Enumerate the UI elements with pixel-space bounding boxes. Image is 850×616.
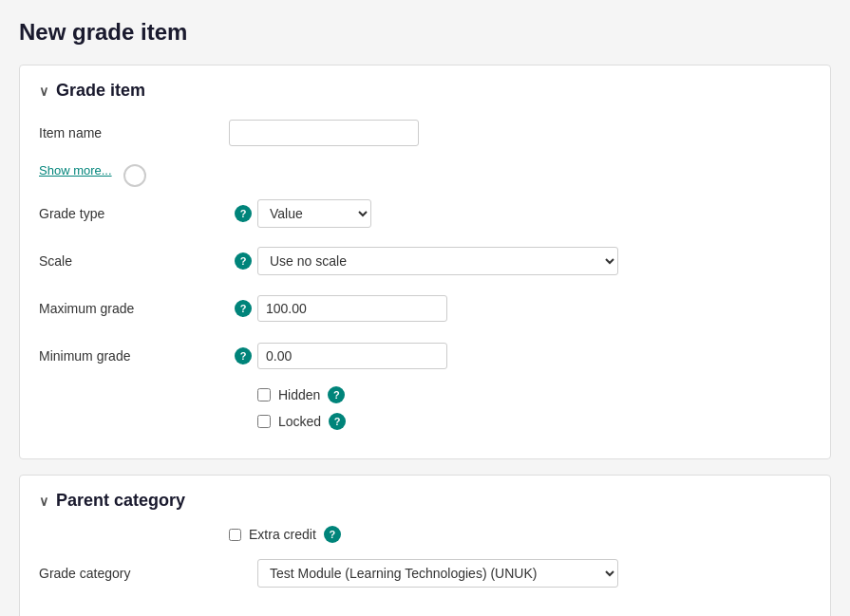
minimum-grade-label: Minimum grade [39, 348, 229, 364]
locked-checkbox[interactable] [257, 415, 271, 428]
grade-item-chevron: ∨ [39, 84, 48, 99]
scale-select[interactable]: Use no scale [257, 247, 618, 275]
hidden-checkbox[interactable] [257, 388, 271, 401]
maximum-grade-help: ? [229, 300, 257, 317]
extra-credit-help-icon[interactable]: ? [324, 526, 341, 543]
scale-row: Scale ? Use no scale [39, 244, 811, 278]
grade-item-section: ∨ Grade item Item name Show more... Grad… [19, 65, 831, 459]
extra-credit-row: Extra credit ? [39, 526, 811, 543]
show-more-row: Show more... [39, 163, 811, 187]
scale-help: ? [229, 252, 257, 270]
scale-help-icon[interactable]: ? [235, 252, 252, 270]
hidden-checkbox-row: Hidden ? [257, 386, 811, 403]
item-name-input[interactable] [229, 120, 419, 146]
hidden-row: Hidden ? Locked ? [229, 386, 811, 430]
grade-item-section-header[interactable]: ∨ Grade item [39, 81, 811, 101]
maximum-grade-row: Maximum grade ? [39, 291, 811, 326]
parent-category-section-header[interactable]: ∨ Parent category [39, 491, 811, 511]
hidden-help-icon[interactable]: ? [328, 386, 345, 403]
grade-category-label: Grade category [39, 566, 229, 581]
hidden-label: Hidden [278, 387, 320, 402]
loading-spinner [123, 164, 146, 187]
grade-category-control: Test Module (Learning Technologies) (UNU… [257, 559, 637, 588]
item-name-label: Item name [39, 125, 229, 140]
extra-credit-checkbox[interactable] [229, 529, 241, 541]
grade-type-help: ? [229, 205, 257, 222]
maximum-grade-input[interactable] [257, 295, 447, 322]
grade-type-select[interactable]: Value Scale Text None [257, 199, 371, 228]
scale-control: Use no scale [257, 247, 637, 275]
item-name-row: Item name [39, 116, 811, 150]
grade-item-heading: Grade item [56, 81, 145, 101]
minimum-grade-row: Minimum grade ? [39, 339, 811, 373]
parent-category-heading: Parent category [56, 491, 185, 511]
minimum-grade-help: ? [229, 347, 257, 364]
grade-category-select[interactable]: Test Module (Learning Technologies) (UNU… [257, 559, 618, 588]
locked-help-icon[interactable]: ? [329, 413, 346, 430]
minimum-grade-help-icon[interactable]: ? [235, 347, 252, 364]
maximum-grade-help-icon[interactable]: ? [235, 300, 252, 317]
item-name-control [229, 120, 609, 146]
extra-credit-label: Extra credit [249, 527, 316, 542]
scale-label: Scale [39, 253, 229, 269]
maximum-grade-control [257, 295, 637, 322]
page-title: New grade item [19, 19, 831, 46]
grade-category-row: Grade category Test Module (Learning Tec… [39, 556, 811, 590]
maximum-grade-label: Maximum grade [39, 301, 229, 316]
minimum-grade-input[interactable] [257, 343, 447, 369]
locked-label: Locked [278, 414, 321, 429]
show-more-link[interactable]: Show more... [39, 163, 112, 177]
grade-type-control: Value Scale Text None [257, 199, 637, 228]
parent-category-chevron: ∨ [39, 494, 48, 509]
grade-type-label: Grade type [39, 206, 229, 221]
minimum-grade-control [257, 343, 637, 369]
parent-category-section: ∨ Parent category Extra credit ? Grade c… [19, 475, 831, 616]
grade-type-help-icon[interactable]: ? [235, 205, 252, 222]
locked-checkbox-row: Locked ? [257, 413, 811, 430]
grade-type-row: Grade type ? Value Scale Text None [39, 196, 811, 231]
